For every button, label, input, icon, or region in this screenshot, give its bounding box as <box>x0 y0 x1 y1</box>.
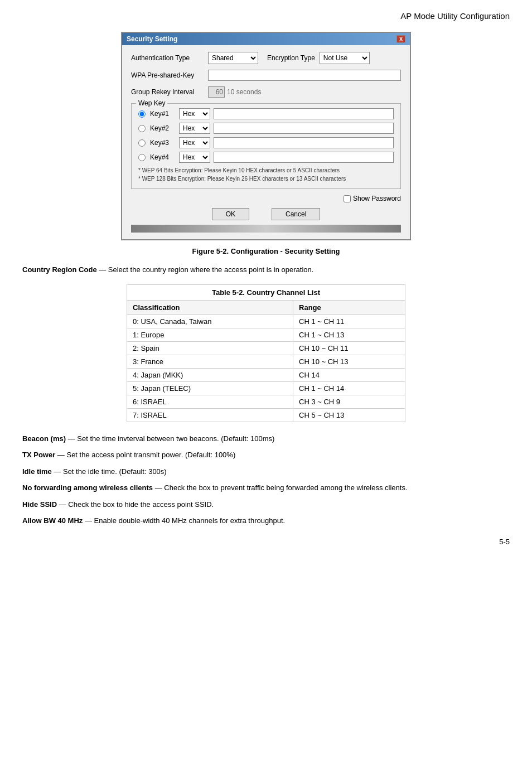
table-cell-classification: 7: ISRAEL <box>127 408 293 422</box>
description-term: Hide SSID <box>22 500 57 509</box>
country-region-code-term: Country Region Code <box>22 265 97 274</box>
group-rekey-label: Group Rekey Interval <box>131 88 204 96</box>
seconds-label: 10 seconds <box>227 88 261 96</box>
table-cell-classification: 2: Spain <box>127 341 293 355</box>
description-definition: — Check the box to hide the access point… <box>57 500 214 509</box>
description-term: Idle time <box>22 467 52 476</box>
page-number: 5-5 <box>22 538 510 546</box>
country-channel-table-wrapper: Table 5-2. Country Channel List Classifi… <box>22 284 510 422</box>
wep-key-row-3: Key#3 Hex ASCII <box>138 137 394 148</box>
country-region-code-paragraph: Country Region Code — Select the country… <box>22 264 510 275</box>
bottom-bar-decoration <box>131 225 401 233</box>
table-header-row: Classification Range <box>127 300 405 315</box>
auth-type-select[interactable]: Shared Open WPA-PSK WPA2-PSK <box>208 52 258 64</box>
dialog-body: Authentication Type Shared Open WPA-PSK … <box>122 45 410 239</box>
table-cell-classification: 1: Europe <box>127 328 293 341</box>
wep-note-1: * WEP 64 Bits Encryption: Please Keyin 1… <box>138 166 394 175</box>
wep-key2-label: Key#2 <box>150 124 176 132</box>
description-term: Allow BW 40 MHz <box>22 516 83 525</box>
wep-key2-input[interactable] <box>214 123 394 134</box>
wep-key2-type-select[interactable]: Hex ASCII <box>179 123 210 134</box>
wep-key2-radio[interactable] <box>138 125 146 132</box>
group-rekey-value-input[interactable] <box>208 86 225 98</box>
description-item: TX Power — Set the access point transmit… <box>22 449 510 461</box>
description-item: Beacon (ms) — Set the time invterval bet… <box>22 433 510 444</box>
description-definition: — Set the time invterval between two bea… <box>66 434 274 443</box>
wep-key4-type-select[interactable]: Hex ASCII <box>179 152 210 163</box>
description-term: Beacon (ms) <box>22 434 66 443</box>
table-cell-range: CH 1 ~ CH 11 <box>293 315 405 328</box>
description-item: No forwarding among wireless clients — C… <box>22 482 510 494</box>
description-definition: — Check the box to prevent traffic being… <box>153 483 407 492</box>
wep-key3-radio[interactable] <box>138 139 146 147</box>
description-item: Idle time — Set the idle time. (Default:… <box>22 466 510 477</box>
wep-key3-label: Key#3 <box>150 139 176 147</box>
table-cell-range: CH 10 ~ CH 13 <box>293 355 405 368</box>
country-region-code-rest: — Select the country region where the ac… <box>97 265 314 274</box>
wpa-label: WPA Pre-shared-Key <box>131 71 204 79</box>
wep-key3-type-select[interactable]: Hex ASCII <box>179 137 210 148</box>
page-header: AP Mode Utility Configuration <box>22 11 510 21</box>
table-caption: Table 5-2. Country Channel List <box>127 284 405 300</box>
table-cell-classification: 5: Japan (TELEC) <box>127 381 293 395</box>
dialog-wrapper: Security Setting X Authentication Type S… <box>22 32 510 240</box>
table-cell-range: CH 3 ~ CH 9 <box>293 395 405 408</box>
table-row: 7: ISRAELCH 5 ~ CH 13 <box>127 408 405 422</box>
dialog-close-button[interactable]: X <box>396 35 405 43</box>
enc-type-select[interactable]: Not Use WEP TKIP AES <box>320 52 370 64</box>
dialog-title: Security Setting <box>127 35 177 43</box>
table-body: 0: USA, Canada, TaiwanCH 1 ~ CH 111: Eur… <box>127 315 405 422</box>
table-row: 4: Japan (MKK)CH 14 <box>127 368 405 381</box>
wep-key1-radio[interactable] <box>138 110 146 118</box>
table-cell-classification: 6: ISRAEL <box>127 395 293 408</box>
group-rekey-row: Group Rekey Interval 10 seconds <box>131 86 401 98</box>
wpa-preshared-row: WPA Pre-shared-Key <box>131 70 401 81</box>
wep-key4-input[interactable] <box>214 152 394 163</box>
table-cell-classification: 3: France <box>127 355 293 368</box>
description-definition: — Set the access point transmit power. (… <box>55 451 235 459</box>
table-cell-range: CH 10 ~ CH 11 <box>293 341 405 355</box>
group-rekey-inputs: 10 seconds <box>208 86 261 98</box>
country-channel-table: Table 5-2. Country Channel List Classifi… <box>127 284 405 422</box>
description-item: Allow BW 40 MHz — Enable double-width 40… <box>22 515 510 526</box>
security-setting-dialog: Security Setting X Authentication Type S… <box>121 32 411 240</box>
show-password-checkbox[interactable] <box>344 195 351 202</box>
wep-key1-input[interactable] <box>214 108 394 119</box>
wep-key1-label: Key#1 <box>150 110 176 118</box>
wep-key4-label: Key#4 <box>150 153 176 161</box>
show-password-row: Show Password <box>131 195 401 202</box>
enc-type-label: Encryption Type <box>267 54 315 62</box>
show-password-label: Show Password <box>353 195 401 202</box>
ok-button[interactable]: OK <box>212 208 249 220</box>
wep-key-groupbox: Wep Key Key#1 Hex ASCII Key#2 H <box>131 103 401 189</box>
wep-key3-input[interactable] <box>214 137 394 148</box>
wep-key-row-2: Key#2 Hex ASCII <box>138 123 394 134</box>
auth-type-row: Authentication Type Shared Open WPA-PSK … <box>131 52 401 64</box>
wpa-input[interactable] <box>208 70 401 81</box>
description-definition: — Set the idle time. (Default: 300s) <box>52 467 167 476</box>
table-cell-range: CH 14 <box>293 368 405 381</box>
table-cell-range: CH 1 ~ CH 14 <box>293 381 405 395</box>
dialog-titlebar: Security Setting X <box>122 33 410 45</box>
cancel-button[interactable]: Cancel <box>272 208 320 220</box>
auth-type-label: Authentication Type <box>131 54 204 62</box>
table-row: 3: FranceCH 10 ~ CH 13 <box>127 355 405 368</box>
description-definition: — Enable double-width 40 MHz channels fo… <box>83 516 285 525</box>
table-cell-range: CH 1 ~ CH 13 <box>293 328 405 341</box>
description-term: TX Power <box>22 451 55 459</box>
description-term: No forwarding among wireless clients <box>22 483 153 492</box>
wep-key-row-1: Key#1 Hex ASCII <box>138 108 394 119</box>
wep-key1-type-select[interactable]: Hex ASCII <box>179 108 210 119</box>
table-row: 0: USA, Canada, TaiwanCH 1 ~ CH 11 <box>127 315 405 328</box>
wep-note-2: * WEP 128 Bits Encryption: Please Keyin … <box>138 175 394 183</box>
table-row: 2: SpainCH 10 ~ CH 11 <box>127 341 405 355</box>
table-col-classification: Classification <box>127 300 293 315</box>
table-cell-classification: 0: USA, Canada, Taiwan <box>127 315 293 328</box>
table-row: 6: ISRAELCH 3 ~ CH 9 <box>127 395 405 408</box>
wep-key4-radio[interactable] <box>138 154 146 161</box>
wep-key-group-title: Wep Key <box>136 99 167 107</box>
table-cell-classification: 4: Japan (MKK) <box>127 368 293 381</box>
wep-key-row-4: Key#4 Hex ASCII <box>138 152 394 163</box>
description-item: Hide SSID — Check the box to hide the ac… <box>22 499 510 510</box>
table-cell-range: CH 5 ~ CH 13 <box>293 408 405 422</box>
